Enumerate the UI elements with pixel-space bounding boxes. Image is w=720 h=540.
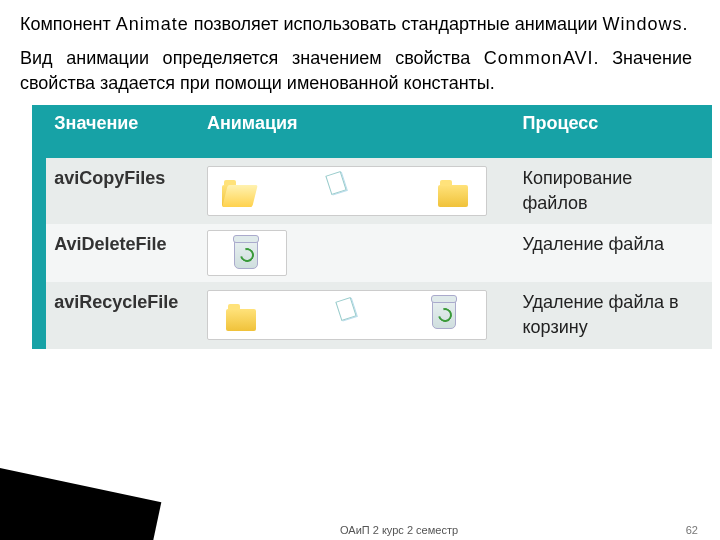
text: Вид анимации определяется значением свой… bbox=[20, 48, 484, 68]
cell-anim bbox=[199, 158, 515, 224]
paragraph-1: Компонент Animate позволяет использовать… bbox=[20, 12, 692, 36]
cell-value: aviCopyFiles bbox=[46, 158, 199, 224]
text: . bbox=[683, 14, 688, 34]
header-anim: Анимация bbox=[199, 105, 515, 158]
paragraph-2: Вид анимации определяется значением свой… bbox=[20, 46, 692, 95]
table-header-row: Значение Анимация Процесс bbox=[32, 105, 712, 158]
cell-value: AviDeleteFile bbox=[46, 224, 199, 282]
token-animate: Animate bbox=[116, 14, 189, 34]
cell-anim bbox=[199, 224, 515, 282]
text: Компонент bbox=[20, 14, 116, 34]
recycle-file-icon bbox=[207, 290, 487, 340]
header-proc: Процесс bbox=[515, 105, 698, 158]
delete-file-icon bbox=[207, 230, 287, 276]
header-value: Значение bbox=[46, 105, 199, 158]
text: позволяет использовать стандартные анима… bbox=[189, 14, 603, 34]
cell-value: aviRecycleFile bbox=[46, 282, 199, 348]
cell-proc: Удаление файла в корзину bbox=[515, 282, 698, 348]
slide-corner-decoration bbox=[0, 461, 161, 540]
table-row: aviCopyFiles Копирование файлов bbox=[32, 158, 712, 224]
cell-anim bbox=[199, 282, 515, 348]
footer-text: ОАиП 2 курс 2 семестр bbox=[340, 524, 458, 536]
token-windows: Windows bbox=[603, 14, 683, 34]
constants-table: Значение Анимация Процесс aviCopyFiles К… bbox=[32, 105, 712, 349]
table-row: aviRecycleFile Удаление файла в корзину bbox=[32, 282, 712, 348]
page-number: 62 bbox=[686, 524, 698, 536]
cell-proc: Копирование файлов bbox=[515, 158, 698, 224]
header-tail bbox=[698, 105, 712, 158]
header-stub bbox=[32, 105, 46, 158]
cell-proc: Удаление файла bbox=[515, 224, 698, 282]
table-row: AviDeleteFile Удаление файла bbox=[32, 224, 712, 282]
token-commonavi: CommonAVI bbox=[484, 48, 594, 68]
copy-files-icon bbox=[207, 166, 487, 216]
